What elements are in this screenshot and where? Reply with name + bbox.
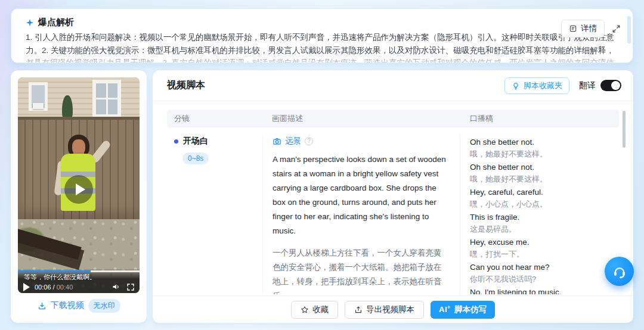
bulb-icon	[512, 82, 520, 90]
script-table: 分镜 画面描述 口播稿 开场白 0~8s 远景 ? A	[167, 110, 619, 294]
detail-button-label: 详情	[581, 23, 597, 34]
description-zh: 一个男人从楼梯上方往下看，一个女人穿着亮黄色的安全背心，搬着一个大纸箱。她把箱子…	[273, 246, 449, 294]
time-range-badge: 0~8s	[182, 152, 209, 164]
description-cell: 远景 ? A man's perspective looks down a se…	[262, 135, 460, 294]
voiceover-line-en: Can you not hear me?	[470, 261, 613, 273]
no-watermark-badge: 无水印	[88, 299, 120, 313]
play-icon	[76, 183, 85, 195]
video-duration: 00:40	[57, 284, 73, 291]
voiceover-line-en: Oh she better not.	[470, 136, 613, 148]
scene-title: 开场白	[183, 136, 208, 147]
video-time: 00:06 / 00:40	[35, 284, 73, 291]
script-collection-label: 脚本收藏夹	[524, 80, 562, 91]
play-button-overlay[interactable]	[64, 175, 93, 204]
export-label: 导出视频脚本	[366, 304, 414, 315]
col-header-description: 画面描述	[262, 113, 460, 124]
col-header-storyboard: 分镜	[167, 113, 262, 124]
voiceover-line-zh: 嘿，小心点，小心点。	[470, 198, 613, 210]
video-player[interactable]: 等等，你什么都没戴啊。 00:06 / 00:40	[18, 77, 140, 293]
download-icon	[38, 301, 47, 310]
export-script-button[interactable]: 导出视频脚本	[345, 301, 424, 319]
voiceover-line-en: Oh she better not.	[470, 161, 613, 173]
script-imitate-button[interactable]: AI+ 脚本仿写	[431, 301, 495, 319]
banner-scrollbar[interactable]	[627, 16, 631, 43]
imitate-label: 脚本仿写	[454, 304, 487, 315]
voiceover-line-en: This is fragile.	[470, 211, 613, 223]
translate-toggle[interactable]	[600, 80, 621, 91]
voiceover-line-zh: 你听不见我说话吗?	[470, 273, 613, 285]
ai-icon: AI+	[439, 304, 451, 314]
download-label: 下载视频	[51, 300, 84, 311]
camera-icon	[273, 137, 281, 146]
customer-service-button[interactable]	[605, 257, 634, 286]
analysis-text: 1. 引人入胜的开场和问题解决：视频以一个常见的幽默场景开始，即有人听不到声音，…	[26, 31, 618, 63]
expand-icon[interactable]	[612, 24, 621, 33]
voiceover-line-en: Hey, careful, careful.	[470, 186, 613, 198]
voiceover-line-zh: 哦，她最好不要这样。	[470, 148, 613, 160]
video-thumbnail-house	[18, 77, 140, 120]
panel-footer: 收藏 导出视频脚本 AI+ 脚本仿写	[153, 295, 633, 323]
table-header-row: 分镜 画面描述 口播稿	[167, 110, 619, 127]
help-icon[interactable]: ?	[305, 137, 313, 145]
translate-label: 翻译	[579, 80, 596, 91]
fullscreen-icon[interactable]	[126, 283, 135, 291]
scene-dot-icon	[174, 139, 178, 144]
play-control-icon[interactable]	[23, 283, 30, 291]
storyboard-cell: 开场白 0~8s	[167, 135, 262, 294]
banner-title: 爆点解析	[38, 17, 74, 28]
headset-icon	[612, 264, 627, 279]
shot-type-link[interactable]: 远景	[285, 136, 301, 147]
voiceover-line-en: No, I'm listening to music.	[470, 287, 613, 294]
voiceover-line-en: Hey, excuse me.	[470, 236, 613, 248]
table-row: 开场白 0~8s 远景 ? A man's perspective looks …	[167, 127, 619, 294]
star-icon	[301, 306, 309, 314]
col-header-voiceover: 口播稿	[460, 113, 619, 124]
voiceover-line-zh: 这是易碎品。	[470, 223, 613, 235]
volume-icon[interactable]	[112, 282, 120, 291]
video-progress-fill	[18, 270, 91, 272]
voiceover-line-zh: 嘿，打扰一下。	[470, 248, 613, 260]
favorite-button[interactable]: 收藏	[291, 301, 338, 319]
video-script-panel: 视频脚本 脚本收藏夹 翻译 分镜 画面描述 口播稿 开场白	[153, 70, 633, 323]
export-icon	[354, 306, 363, 314]
current-time: 00:06	[35, 284, 51, 291]
voiceover-line-zh: 哦，她最好不要这样。	[470, 173, 613, 185]
script-collection-button[interactable]: 脚本收藏夹	[504, 77, 569, 94]
video-controls-bar: 等等，你什么都没戴啊。 00:06 / 00:40	[18, 269, 140, 293]
hotspot-analysis-banner: 爆点解析 1. 引人入胜的开场和问题解决：视频以一个常见的幽默场景开始，即有人听…	[11, 8, 633, 63]
description-en: A man's perspective looks down a set of …	[273, 152, 449, 238]
detail-button[interactable]: 详情	[561, 20, 605, 38]
panel-title: 视频脚本	[167, 79, 205, 92]
video-progress-bar[interactable]	[18, 270, 140, 272]
download-video-button[interactable]: 下载视频 无水印	[18, 294, 140, 317]
memo-icon	[569, 24, 577, 33]
sparkle-icon	[26, 18, 34, 27]
table-scrollbar[interactable]	[623, 111, 626, 148]
favorite-label: 收藏	[312, 304, 329, 315]
voiceover-cell: Oh she better not. 哦，她最好不要这样。 Oh she bet…	[460, 135, 619, 294]
video-card: 等等，你什么都没戴啊。 00:06 / 00:40 下载视频 无水印	[11, 70, 147, 323]
